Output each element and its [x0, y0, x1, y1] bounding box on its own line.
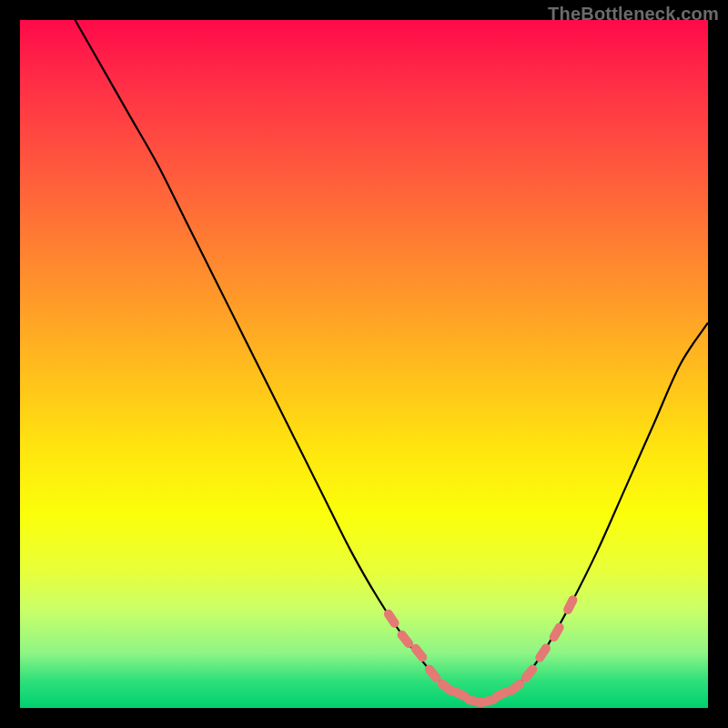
bottleneck-curve — [75, 20, 708, 703]
highlight-markers — [382, 594, 579, 708]
marker-pill — [561, 594, 579, 616]
chart-frame: TheBottleneck.com — [0, 0, 728, 728]
curve-layer — [20, 20, 708, 708]
plot-area — [20, 20, 708, 708]
marker-pill — [533, 642, 552, 664]
watermark-text: TheBottleneck.com — [548, 4, 719, 25]
